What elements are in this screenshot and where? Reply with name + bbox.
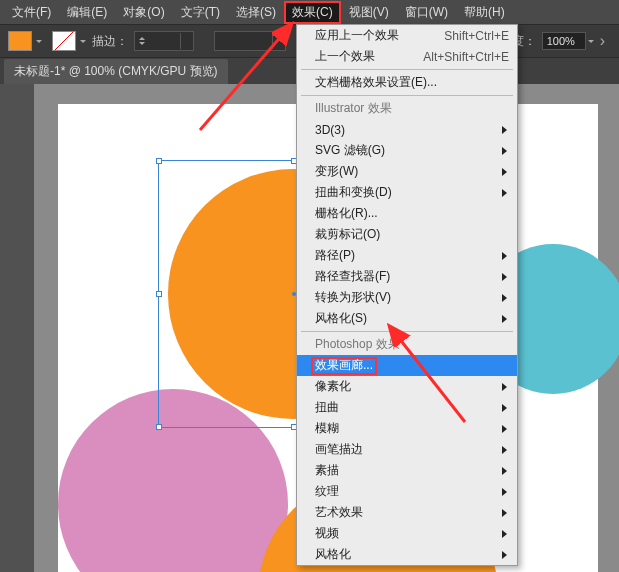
resize-handle[interactable] bbox=[156, 158, 162, 164]
resize-handle[interactable] bbox=[156, 424, 162, 430]
svg-line-0 bbox=[200, 26, 290, 130]
resize-handle[interactable] bbox=[156, 291, 162, 297]
menu-sketch[interactable]: 素描 bbox=[297, 460, 517, 481]
menu-file[interactable]: 文件(F) bbox=[4, 1, 59, 24]
menu-distort[interactable]: 扭曲和变换(D) bbox=[297, 182, 517, 203]
menu-convert-shape[interactable]: 转换为形状(V) bbox=[297, 287, 517, 308]
fill-swatch[interactable] bbox=[8, 31, 42, 51]
menu-last-effect[interactable]: 上一个效果Alt+Shift+Ctrl+E bbox=[297, 46, 517, 67]
menu-view[interactable]: 视图(V) bbox=[341, 1, 397, 24]
menu-video[interactable]: 视频 bbox=[297, 523, 517, 544]
menu-edit[interactable]: 编辑(E) bbox=[59, 1, 115, 24]
menu-pathfinder[interactable]: 路径查找器(F) bbox=[297, 266, 517, 287]
menu-apply-last-effect[interactable]: 应用上一个效果Shift+Ctrl+E bbox=[297, 25, 517, 46]
annotation-arrow-1 bbox=[190, 20, 310, 140]
menu-path[interactable]: 路径(P) bbox=[297, 245, 517, 266]
menu-texture[interactable]: 纹理 bbox=[297, 481, 517, 502]
menu-window[interactable]: 窗口(W) bbox=[397, 1, 456, 24]
menu-rasterize[interactable]: 栅格化(R)... bbox=[297, 203, 517, 224]
menu-doc-raster-settings[interactable]: 文档栅格效果设置(E)... bbox=[297, 72, 517, 93]
menu-warp[interactable]: 变形(W) bbox=[297, 161, 517, 182]
opacity-input[interactable]: 100% bbox=[542, 32, 586, 50]
stroke-label: 描边： bbox=[92, 33, 128, 50]
stroke-weight-select[interactable] bbox=[134, 31, 194, 51]
menu-3d[interactable]: 3D(3) bbox=[297, 119, 517, 140]
effect-menu-dropdown: 应用上一个效果Shift+Ctrl+E 上一个效果Alt+Shift+Ctrl+… bbox=[296, 24, 518, 566]
annotation-arrow-2 bbox=[385, 322, 475, 432]
svg-line-1 bbox=[391, 328, 465, 422]
submenu-arrow-icon bbox=[502, 126, 507, 134]
menu-separator bbox=[301, 69, 513, 70]
menu-header-ai: Illustrator 效果 bbox=[297, 98, 517, 119]
menu-svg-filter[interactable]: SVG 滤镜(G) bbox=[297, 140, 517, 161]
menu-help[interactable]: 帮助(H) bbox=[456, 1, 513, 24]
menu-stylize-ps[interactable]: 风格化 bbox=[297, 544, 517, 565]
stroke-swatch[interactable] bbox=[52, 31, 86, 51]
menu-brush[interactable]: 画笔描边 bbox=[297, 439, 517, 460]
menu-cropmarks[interactable]: 裁剪标记(O) bbox=[297, 224, 517, 245]
menu-object[interactable]: 对象(O) bbox=[115, 1, 172, 24]
menu-artistic[interactable]: 艺术效果 bbox=[297, 502, 517, 523]
